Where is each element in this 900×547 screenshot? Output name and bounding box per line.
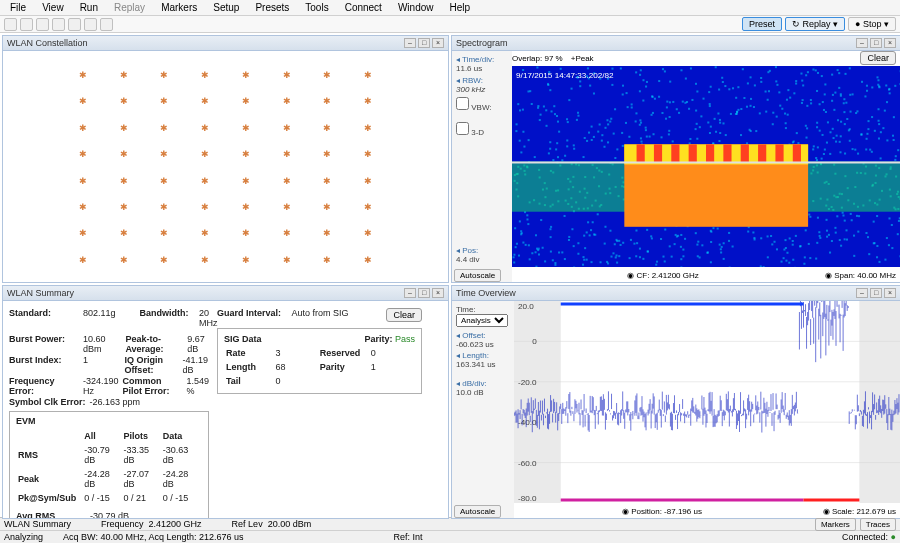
svg-rect-768: [662, 256, 664, 258]
svg-rect-811: [620, 67, 622, 69]
stop-button[interactable]: ● Stop ▾: [848, 17, 896, 31]
markers-button[interactable]: Markers: [815, 518, 856, 531]
spectrogram-plot[interactable]: 9/17/2015 14:47:33.202/82: [512, 66, 900, 267]
menu-run[interactable]: Run: [74, 1, 104, 14]
svg-rect-314: [646, 229, 648, 231]
svg-rect-206: [635, 120, 637, 122]
svg-rect-560: [629, 257, 631, 259]
svg-rect-517: [846, 118, 848, 120]
svg-rect-692: [813, 145, 815, 147]
tb-print-icon[interactable]: [36, 18, 49, 31]
svg-rect-220: [886, 101, 888, 103]
menu-tools[interactable]: Tools: [299, 1, 334, 14]
svg-rect-219: [653, 133, 655, 135]
svg-rect-27: [690, 67, 692, 69]
svg-rect-425: [725, 134, 727, 136]
menu-setup[interactable]: Setup: [207, 1, 245, 14]
maximize-icon[interactable]: □: [418, 38, 430, 48]
close-icon[interactable]: ×: [884, 288, 896, 298]
svg-rect-8: [802, 99, 804, 101]
minimize-icon[interactable]: –: [856, 38, 868, 48]
time-mode-select[interactable]: Analysis: [456, 314, 508, 327]
clear-button[interactable]: Clear: [386, 308, 422, 322]
svg-rect-100: [888, 244, 890, 246]
svg-rect-644: [868, 253, 870, 255]
svg-rect-537: [768, 90, 770, 92]
maximize-icon[interactable]: □: [870, 38, 882, 48]
3d-checkbox[interactable]: [456, 122, 469, 135]
close-icon[interactable]: ×: [432, 38, 444, 48]
minimize-icon[interactable]: –: [856, 288, 868, 298]
menu-connect[interactable]: Connect: [339, 1, 388, 14]
svg-rect-438: [854, 149, 856, 151]
minimize-icon[interactable]: –: [404, 288, 416, 298]
svg-rect-294: [680, 258, 682, 260]
tool-bar: Preset ↻ Replay ▾ ● Stop ▾: [0, 16, 900, 33]
svg-rect-47: [835, 141, 837, 143]
svg-rect-892: [568, 239, 570, 241]
svg-rect-570: [747, 231, 749, 233]
svg-rect-159: [817, 217, 819, 219]
svg-rect-472: [836, 135, 838, 137]
svg-rect-136: [800, 73, 802, 75]
svg-rect-491: [675, 234, 677, 236]
svg-rect-202: [803, 263, 805, 265]
menu-presets[interactable]: Presets: [249, 1, 295, 14]
svg-rect-210: [837, 69, 839, 71]
svg-rect-752: [552, 259, 554, 261]
svg-rect-579: [818, 231, 820, 233]
menu-view[interactable]: View: [36, 1, 70, 14]
svg-rect-292: [674, 243, 676, 245]
clear-button[interactable]: Clear: [860, 51, 896, 65]
svg-rect-504: [866, 90, 868, 92]
svg-rect-781: [765, 111, 767, 113]
autoscale-button[interactable]: Autoscale: [454, 505, 501, 518]
svg-rect-554: [735, 113, 737, 115]
autoscale-button[interactable]: Autoscale: [454, 269, 501, 282]
svg-rect-360: [597, 131, 599, 133]
tb-save-icon[interactable]: [20, 18, 33, 31]
close-icon[interactable]: ×: [432, 288, 444, 298]
svg-rect-685: [891, 247, 893, 249]
menu-window[interactable]: Window: [392, 1, 440, 14]
svg-rect-587: [728, 88, 730, 90]
svg-text:-40.0: -40.0: [518, 418, 537, 427]
svg-rect-612: [609, 230, 611, 232]
menu-help[interactable]: Help: [443, 1, 476, 14]
menu-file[interactable]: File: [4, 1, 32, 14]
time-overview-plot[interactable]: 20.0 0 -20.0 -40.0 -60.0 -80.0: [514, 301, 900, 503]
svg-rect-766: [610, 256, 612, 258]
svg-rect-851: [652, 112, 654, 114]
svg-rect-878: [564, 215, 566, 217]
replay-button[interactable]: ↻ Replay ▾: [785, 17, 845, 31]
svg-rect-828: [626, 92, 628, 94]
svg-rect-118: [589, 85, 591, 87]
maximize-icon[interactable]: □: [870, 288, 882, 298]
vbw-checkbox[interactable]: [456, 97, 469, 110]
tb-btn6-icon[interactable]: [84, 18, 97, 31]
tb-open-icon[interactable]: [4, 18, 17, 31]
menu-replay[interactable]: Replay: [108, 1, 151, 14]
tb-btn5-icon[interactable]: [68, 18, 81, 31]
preset-button[interactable]: Preset: [742, 17, 782, 31]
tb-btn4-icon[interactable]: [52, 18, 65, 31]
svg-rect-71: [750, 105, 752, 107]
svg-rect-226: [843, 98, 845, 100]
traces-button[interactable]: Traces: [860, 518, 896, 531]
close-icon[interactable]: ×: [884, 38, 896, 48]
svg-rect-736: [783, 257, 785, 259]
constellation-plot[interactable]: ✱✱✱✱✱✱✱✱✱✱✱✱✱✱✱✱✱✱✱✱✱✱✱✱✱✱✱✱✱✱✱✱✱✱✱✱✱✱✱✱…: [3, 51, 448, 282]
svg-rect-431: [523, 146, 525, 148]
tb-btn7-icon[interactable]: [100, 18, 113, 31]
svg-rect-402: [535, 234, 537, 236]
svg-rect-467: [767, 99, 769, 101]
svg-rect-80: [600, 261, 602, 263]
svg-rect-563: [845, 102, 847, 104]
minimize-icon[interactable]: –: [404, 38, 416, 48]
svg-rect-250: [557, 156, 559, 158]
menu-markers[interactable]: Markers: [155, 1, 203, 14]
svg-rect-521: [831, 240, 833, 242]
svg-rect-129: [750, 98, 752, 100]
svg-rect-843: [708, 91, 710, 93]
maximize-icon[interactable]: □: [418, 288, 430, 298]
